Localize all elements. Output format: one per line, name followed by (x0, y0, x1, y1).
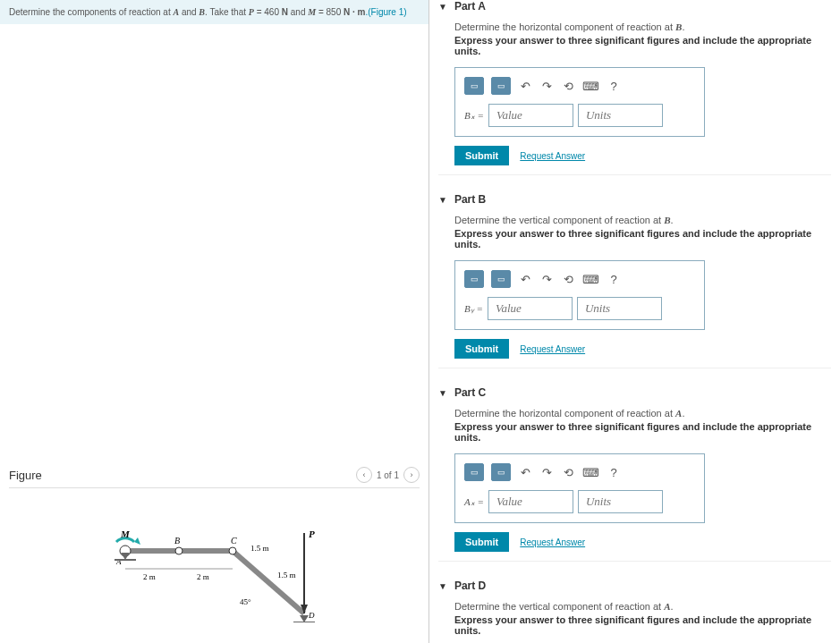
text: and (288, 7, 308, 17)
part-prompt: Determine the horizontal component of re… (454, 21, 831, 32)
value-input[interactable] (488, 104, 573, 127)
answer-box: ▭ ▭ ↶ ↷ ⟲ ⌨ ? Bₓ = (454, 67, 705, 137)
template-button-1[interactable]: ▭ (464, 270, 484, 288)
part-c: ▼ Part C Determine the horizontal compon… (438, 386, 831, 562)
dim-3: 2 m (143, 572, 156, 581)
input-row: Bₓ = (464, 104, 695, 127)
submit-button[interactable]: Submit (454, 532, 509, 552)
keyboard-icon[interactable]: ⌨ (582, 77, 599, 95)
next-figure-button[interactable]: › (403, 467, 420, 483)
value-input[interactable] (488, 297, 573, 320)
reset-icon[interactable]: ⟲ (561, 77, 575, 95)
part-title: Part B (454, 193, 486, 206)
variable-label: Bₓ = (464, 110, 484, 122)
part-prompt: Determine the vertical component of reac… (454, 601, 831, 612)
undo-icon[interactable]: ↶ (518, 270, 532, 288)
figure-section: Figure ‹ 1 of 1 › (0, 467, 428, 634)
template-button-2[interactable]: ▭ (491, 463, 511, 481)
text: . Take that (205, 7, 249, 17)
request-answer-link[interactable]: Request Answer (520, 151, 585, 161)
reset-icon[interactable]: ⟲ (561, 463, 575, 481)
template-button-2[interactable]: ▭ (491, 270, 511, 288)
problem-statement: Determine the components of reaction at … (0, 0, 428, 24)
dim-4: 2 m (197, 572, 209, 581)
text: = 850 (316, 7, 344, 17)
figure-page-indicator: 1 of 1 (377, 470, 399, 480)
part-body: Determine the vertical component of reac… (438, 215, 831, 359)
template-button-2[interactable]: ▭ (491, 77, 511, 95)
part-header[interactable]: ▼ Part D (438, 580, 831, 592)
part-body: Determine the vertical component of reac… (438, 601, 831, 643)
reset-icon[interactable]: ⟲ (561, 270, 575, 288)
help-icon[interactable]: ? (607, 463, 621, 481)
svg-point-4 (175, 547, 182, 554)
text: Determine the components of reaction at (9, 7, 173, 17)
request-answer-link[interactable]: Request Answer (520, 344, 585, 354)
label-c: C (231, 536, 237, 546)
units-input[interactable] (577, 297, 662, 320)
unit-nm: N · m (344, 7, 365, 17)
answer-toolbar: ▭ ▭ ↶ ↷ ⟲ ⌨ ? (464, 77, 695, 95)
variable-label: Bᵧ = (464, 303, 483, 315)
help-icon[interactable]: ? (607, 270, 621, 288)
submit-row: Submit Request Answer (454, 532, 831, 552)
help-icon[interactable]: ? (607, 77, 621, 95)
part-a: ▼ Part A Determine the horizontal compon… (438, 0, 831, 175)
units-input[interactable] (578, 490, 663, 513)
svg-marker-3 (134, 537, 140, 545)
template-button-1[interactable]: ▭ (464, 77, 484, 95)
part-instruction: Express your answer to three significant… (454, 614, 831, 636)
figure-title: Figure (9, 469, 42, 482)
figure-diagram: M B C P A D 1.5 m 1.5 m 2 m 2 m 45° (9, 506, 420, 634)
redo-icon[interactable]: ↷ (539, 270, 554, 288)
submit-button[interactable]: Submit (454, 146, 509, 165)
label-p: P (309, 529, 315, 539)
part-title: Part C (454, 386, 486, 399)
chevron-down-icon: ▼ (438, 2, 447, 12)
redo-icon[interactable]: ↷ (539, 77, 554, 95)
chevron-down-icon: ▼ (438, 195, 447, 205)
part-header[interactable]: ▼ Part B (438, 193, 831, 206)
redo-icon[interactable]: ↷ (539, 463, 554, 481)
svg-marker-8 (300, 615, 309, 622)
label-a: A (115, 557, 122, 566)
part-header[interactable]: ▼ Part A (438, 0, 831, 13)
value-input[interactable] (488, 490, 573, 513)
part-title: Part A (454, 0, 486, 13)
unit-n: N (282, 7, 288, 17)
undo-icon[interactable]: ↶ (518, 77, 532, 95)
keyboard-icon[interactable]: ⌨ (582, 463, 599, 481)
answer-toolbar: ▭ ▭ ↶ ↷ ⟲ ⌨ ? (464, 463, 695, 481)
label-m: M (120, 529, 131, 539)
answer-box: ▭ ▭ ↶ ↷ ⟲ ⌨ ? Aₓ = (454, 453, 705, 523)
part-prompt: Determine the horizontal component of re… (454, 408, 831, 419)
units-input[interactable] (578, 104, 663, 127)
dim-1: 1.5 m (250, 544, 269, 553)
part-b: ▼ Part B Determine the vertical componen… (438, 193, 831, 368)
input-row: Bᵧ = (464, 297, 695, 320)
keyboard-icon[interactable]: ⌨ (582, 270, 599, 288)
right-panel: ▼ Part A Determine the horizontal compon… (429, 0, 840, 643)
dim-2: 1.5 m (277, 571, 296, 580)
request-answer-link[interactable]: Request Answer (520, 537, 585, 547)
text: and (179, 7, 199, 17)
template-button-1[interactable]: ▭ (464, 463, 484, 481)
chevron-down-icon: ▼ (438, 388, 447, 398)
figure-nav: ‹ 1 of 1 › (356, 467, 420, 483)
label-b: B (174, 536, 180, 546)
undo-icon[interactable]: ↶ (518, 463, 532, 481)
part-instruction: Express your answer to three significant… (454, 228, 831, 250)
svg-marker-12 (121, 553, 130, 560)
part-header[interactable]: ▼ Part C (438, 386, 831, 399)
angle: 45° (240, 597, 251, 606)
prev-figure-button[interactable]: ‹ (356, 467, 372, 483)
chevron-down-icon: ▼ (438, 581, 447, 591)
part-prompt: Determine the vertical component of reac… (454, 215, 831, 225)
submit-button[interactable]: Submit (454, 339, 509, 359)
figure-link[interactable]: .(Figure 1) (365, 7, 406, 17)
label-d: D (308, 611, 315, 620)
submit-row: Submit Request Answer (454, 146, 831, 165)
text: = 460 (254, 7, 282, 17)
figure-header: Figure ‹ 1 of 1 › (9, 467, 420, 488)
part-d: ▼ Part D Determine the vertical componen… (438, 580, 831, 643)
